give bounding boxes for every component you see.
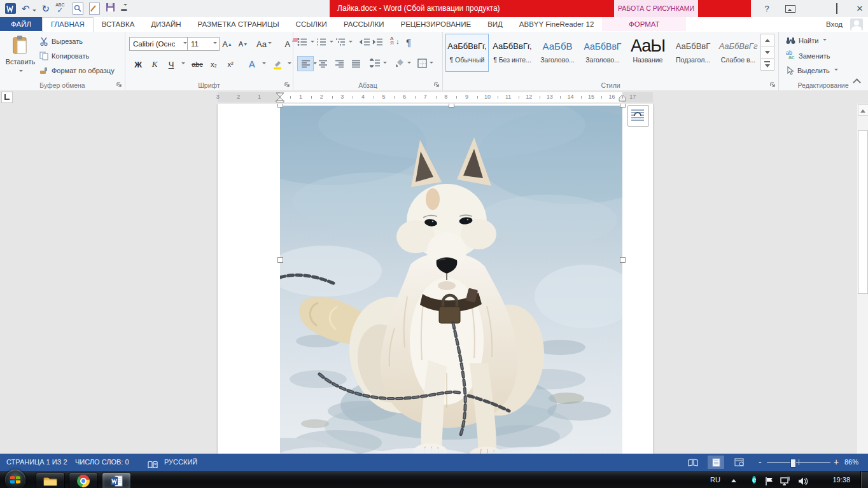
align-center-button[interactable]: [315, 57, 330, 71]
numbering-button[interactable]: [316, 38, 326, 48]
tab-вставка[interactable]: ВСТАВКА: [94, 17, 143, 31]
restore-button[interactable]: [836, 3, 837, 14]
sort-button[interactable]: А Я ↓: [390, 38, 402, 47]
grow-font-button[interactable]: А▲: [220, 37, 235, 51]
page-indicator[interactable]: СТРАНИЦА 1 ИЗ 2: [6, 454, 67, 471]
account-avatar[interactable]: [850, 18, 863, 31]
tab-stop-selector[interactable]: [1, 92, 13, 103]
zoom-out-button[interactable]: -: [759, 454, 762, 471]
format-painter-button[interactable]: Формат по образцу: [39, 66, 115, 75]
style-card-5[interactable]: АаЫНазвание: [626, 34, 669, 72]
print-layout-button[interactable]: [708, 456, 724, 469]
image-handle-top-center[interactable]: [449, 104, 454, 108]
highlight-button[interactable]: [270, 57, 285, 71]
preview-button[interactable]: [73, 3, 83, 15]
justify-button[interactable]: [348, 57, 363, 71]
line-spacing-button[interactable]: [370, 59, 381, 69]
close-button[interactable]: ✕: [855, 4, 864, 13]
layout-options-button[interactable]: [627, 105, 649, 127]
tab-формат[interactable]: ФОРМАТ: [602, 17, 686, 31]
find-button[interactable]: Найти: [786, 37, 827, 45]
styles-more-button[interactable]: [760, 58, 774, 71]
shrink-font-button[interactable]: А▼: [235, 37, 251, 51]
image-handle-right[interactable]: [620, 257, 626, 263]
shading-button[interactable]: [395, 59, 405, 69]
decrease-indent-button[interactable]: [360, 38, 370, 48]
underline-button[interactable]: Ч: [164, 57, 179, 71]
taskbar-chrome-button[interactable]: [69, 473, 98, 488]
paragraph-dialog-launcher[interactable]: [434, 82, 440, 88]
style-card-3[interactable]: АаБбВЗаголово...: [536, 34, 579, 72]
underline-dropdown[interactable]: [181, 62, 185, 66]
document-area[interactable]: [0, 104, 868, 454]
zoom-slider-thumb[interactable]: [790, 459, 796, 468]
language-indicator[interactable]: РУССКИЙ: [164, 454, 197, 471]
read-mode-button[interactable]: [685, 456, 701, 469]
copy-button[interactable]: Копировать: [39, 52, 89, 60]
save-button[interactable]: [106, 3, 115, 15]
replace-button[interactable]: ab ac Заменить: [786, 52, 830, 60]
scroll-up-button[interactable]: [858, 104, 868, 116]
borders-dropdown[interactable]: [430, 62, 433, 66]
style-card-7[interactable]: АаБбВвГгСлабое в...: [717, 34, 760, 72]
taskbar-word-button[interactable]: [102, 473, 131, 488]
ribbon-display-options-button[interactable]: [785, 5, 795, 13]
taskbar-explorer-button[interactable]: [36, 473, 65, 488]
action-center-flag-icon[interactable]: [765, 475, 774, 488]
image-handle-left[interactable]: [277, 257, 283, 263]
undo-dropdown[interactable]: [32, 10, 36, 13]
italic-button[interactable]: К: [147, 57, 162, 71]
sign-in-link[interactable]: Вход: [826, 17, 843, 32]
shading-dropdown[interactable]: [407, 62, 411, 66]
borders-button[interactable]: [417, 59, 427, 69]
paste-button[interactable]: Вставить: [4, 36, 37, 81]
font-size-combo[interactable]: 11: [187, 37, 220, 51]
volume-tray-icon[interactable]: [798, 475, 808, 488]
select-dropdown[interactable]: [834, 69, 838, 73]
tab-ссылки[interactable]: ССЫЛКИ: [288, 17, 335, 31]
change-case-button[interactable]: Aa: [255, 37, 273, 51]
word-count[interactable]: ЧИСЛО СЛОВ: 0: [75, 454, 129, 471]
collapse-ribbon-button[interactable]: [854, 76, 860, 88]
tab-главная[interactable]: ГЛАВНАЯ: [42, 17, 94, 32]
h-ruler[interactable]: 3211234567891011121314151617: [218, 92, 653, 102]
line-spacing-dropdown[interactable]: [383, 62, 387, 66]
help-button[interactable]: ?: [762, 4, 771, 13]
undo-button[interactable]: ↶: [22, 3, 30, 14]
clipboard-dialog-launcher[interactable]: [116, 82, 123, 88]
tab-разметка-страницы[interactable]: РАЗМЕТКА СТРАНИЦЫ: [190, 17, 288, 31]
tray-expand-arrow[interactable]: [731, 472, 737, 488]
clock[interactable]: 19:38: [832, 471, 850, 488]
bold-button[interactable]: Ж: [130, 57, 146, 71]
cut-button[interactable]: Вырезать: [39, 37, 83, 46]
paste-dropdown[interactable]: [19, 70, 23, 74]
dog-photo[interactable]: [280, 106, 622, 454]
numbering-dropdown[interactable]: [330, 41, 333, 45]
zoom-percent[interactable]: 86%: [844, 454, 858, 471]
font-dialog-launcher[interactable]: [284, 82, 291, 88]
bullets-button[interactable]: [297, 38, 307, 48]
select-button[interactable]: Выделить: [786, 66, 838, 75]
style-card-2[interactable]: АаБбВвГг,¶ Без инте...: [491, 34, 534, 72]
bullets-dropdown[interactable]: [311, 41, 314, 45]
font-name-combo[interactable]: Calibri (Оснс: [129, 37, 190, 51]
styles-scroll-down[interactable]: [760, 46, 774, 59]
keyboard-language[interactable]: RU: [710, 471, 720, 488]
scrollbar-thumb[interactable]: [858, 130, 868, 294]
spelling-button[interactable]: ABC ✓: [55, 3, 67, 14]
pilcrow-button[interactable]: ¶: [406, 37, 411, 48]
style-card-1[interactable]: АаБбВвГг,¶ Обычный: [445, 34, 489, 72]
zoom-in-button[interactable]: +: [834, 454, 839, 471]
tab-файл[interactable]: ФАЙЛ: [0, 17, 42, 31]
align-left-button[interactable]: [297, 56, 314, 71]
document-scrollbar[interactable]: [857, 104, 868, 454]
indent-markers[interactable]: [273, 92, 287, 102]
tab-рецензирование[interactable]: РЕЦЕНЗИРОВАНИЕ: [393, 17, 480, 31]
edit-button[interactable]: [89, 3, 100, 15]
image-handle-top-right[interactable]: [620, 104, 626, 108]
styles-scroll-up[interactable]: [760, 34, 774, 46]
tab-дизайн[interactable]: ДИЗАЙН: [143, 17, 189, 31]
style-card-6[interactable]: АаБбВвГПодзагол...: [671, 34, 715, 72]
start-button[interactable]: [5, 470, 25, 488]
tab-abbyy-finereader-12[interactable]: ABBYY FineReader 12: [511, 17, 602, 31]
